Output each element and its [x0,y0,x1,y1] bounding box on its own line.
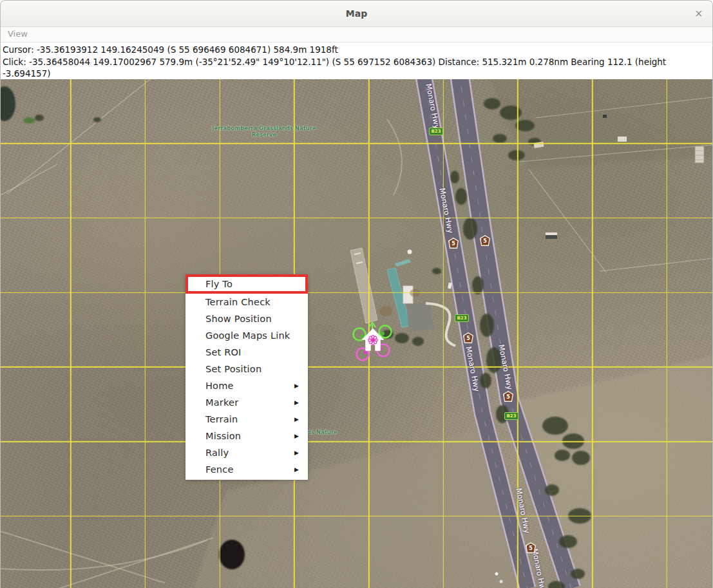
route-shield-b23: B23 [504,412,518,420]
pond [219,540,245,569]
context-menu-item-set-roi[interactable]: Set ROI [185,344,308,361]
title-bar[interactable]: Map × [1,1,712,27]
submenu-arrow-icon: ▶ [294,444,299,461]
quadcopter-icon [354,323,392,361]
menu-bar: View [1,27,712,43]
hangar-building [387,268,410,328]
tourist-shield-5: 5 [480,235,490,246]
heading-arrow-icon [369,323,376,327]
context-menu-item-set-position[interactable]: Set Position [185,361,308,377]
road-label: Monaro Hwy [496,341,515,393]
home-icon [363,329,383,350]
road-label: Monaro Hwy [463,343,482,395]
click-status-line-wrap: -3.694157) [3,68,712,80]
paddock-fence-lines [1,79,712,272]
satellite-terrain-graphics [1,79,712,588]
route-shield-b23: B23 [429,128,443,135]
white-building [403,286,413,303]
map-grid-overlay [1,79,712,588]
context-menu-item-home[interactable]: Home ▶ [185,377,308,394]
context-menu-item-google-maps-link[interactable]: Google Maps Link [185,327,308,344]
teal-roof [395,259,411,267]
submenu-arrow-icon: ▶ [294,377,299,394]
menu-view[interactable]: View [1,28,35,39]
airfield [350,248,455,346]
context-menu-item-fly-to[interactable]: Fly To [185,274,308,294]
context-menu-item-mission[interactable]: Mission ▶ [185,428,308,444]
map-window: Map × View Cursor: -35.36193912 149.1624… [0,0,713,588]
cursor-status-line: Cursor: -35.36193912 149.16245049 (S 55 … [3,44,712,56]
tourist-shield-5: 5 [448,238,459,249]
map-context-menu: Fly To Terrain Check Show Position Googl… [185,274,308,480]
submenu-arrow-icon: ▶ [294,394,299,411]
road-label: Monaro Hwy [529,545,548,588]
context-menu-item-terrain-check[interactable]: Terrain Check [185,294,308,310]
highway-monaro [423,79,571,588]
vehicle-marker-layer [1,79,712,588]
context-menu-item-fence[interactable]: Fence ▶ [185,461,308,478]
close-icon[interactable]: × [694,1,703,26]
map-canvas[interactable]: Jerrabomberra Grasslands Nature Reserve … [1,79,712,588]
runway [350,248,377,323]
window-title: Map [1,1,712,26]
context-menu-item-show-position[interactable]: Show Position [185,310,308,327]
click-status-line: Click: -35.36458044 149.17002967 579.9m … [3,56,712,68]
tourist-shield-5: 5 [526,542,536,553]
route-shield-b23: B23 [455,314,469,322]
context-menu-item-terrain[interactable]: Terrain ▶ [185,411,308,428]
map-labels: Jerrabomberra Grasslands Nature Reserve … [1,79,712,588]
road-label: Monaro Hwy [437,184,455,236]
nature-reserve-label: Jerrabomberra Grasslands Nature Reserve [207,125,321,138]
status-bar: Cursor: -35.36193912 149.16245049 (S 55 … [1,43,712,80]
submenu-arrow-icon: ▶ [294,428,299,444]
submenu-arrow-icon: ▶ [294,411,299,428]
tourist-shield-5: 5 [463,332,473,343]
rosette-marker-icon [368,336,378,345]
tourist-shield-5: 5 [503,391,513,402]
road-label: Monaro Hwy [513,484,532,536]
context-menu-item-rally[interactable]: Rally ▶ [185,444,308,461]
driveway [426,303,455,346]
road-label: Monaro Hwy [423,80,442,132]
pond [1,86,15,121]
sheds-and-vehicles [448,115,704,583]
apron [406,302,433,332]
submenu-arrow-icon: ▶ [294,461,299,478]
context-menu-item-marker[interactable]: Marker ▶ [185,394,308,411]
tree-clusters [35,98,591,588]
